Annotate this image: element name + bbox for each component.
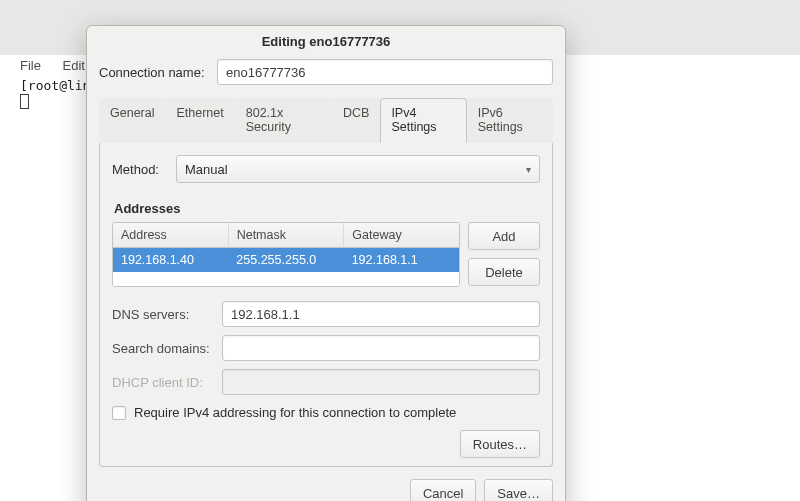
ipv4-settings-page: Method: Manual ▾ Addresses Address Netma… [99,143,553,467]
tab-general[interactable]: General [99,98,165,143]
search-domains-label: Search domains: [112,341,214,356]
dns-label: DNS servers: [112,307,214,322]
dns-input[interactable] [222,301,540,327]
menu-edit[interactable]: Edit [63,58,85,73]
tab-8021x[interactable]: 802.1x Security [235,98,332,143]
tab-ipv4[interactable]: IPv4 Settings [380,98,466,143]
routes-button[interactable]: Routes… [460,430,540,458]
method-select[interactable]: Manual ▾ [176,155,540,183]
chevron-down-icon: ▾ [526,164,531,175]
addresses-label: Addresses [114,201,540,216]
dhcp-client-id-label: DHCP client ID: [112,375,214,390]
menu-file[interactable]: File [20,58,41,73]
terminal-prompt: [root@lin [20,78,90,93]
connection-name-input[interactable] [217,59,553,85]
method-label: Method: [112,162,168,177]
dhcp-client-id-input [222,369,540,395]
tab-ipv6[interactable]: IPv6 Settings [467,98,553,143]
search-domains-input[interactable] [222,335,540,361]
dialog-title: Editing eno16777736 [87,26,565,55]
require-ipv4-label: Require IPv4 addressing for this connect… [134,405,456,420]
col-netmask[interactable]: Netmask [229,223,345,248]
cancel-button[interactable]: Cancel [410,479,476,501]
add-button[interactable]: Add [468,222,540,250]
table-empty-area[interactable] [113,272,459,286]
cell-address: 192.168.1.40 [113,248,228,272]
connection-name-label: Connection name: [99,65,209,80]
tab-bar: General Ethernet 802.1x Security DCB IPv… [99,97,553,143]
delete-button[interactable]: Delete [468,258,540,286]
tab-ethernet[interactable]: Ethernet [165,98,234,143]
col-gateway[interactable]: Gateway [344,223,459,248]
tab-dcb[interactable]: DCB [332,98,380,143]
cell-netmask: 255.255.255.0 [228,248,343,272]
col-address[interactable]: Address [113,223,229,248]
table-row[interactable]: 192.168.1.40 255.255.255.0 192.168.1.1 [113,248,459,272]
save-button[interactable]: Save… [484,479,553,501]
method-value: Manual [185,162,228,177]
network-connection-editor-dialog: Editing eno16777736 Connection name: Gen… [86,25,566,501]
addresses-table[interactable]: Address Netmask Gateway 192.168.1.40 255… [112,222,460,287]
cell-gateway: 192.168.1.1 [344,248,459,272]
terminal-cursor [20,94,29,109]
require-ipv4-checkbox[interactable] [112,406,126,420]
